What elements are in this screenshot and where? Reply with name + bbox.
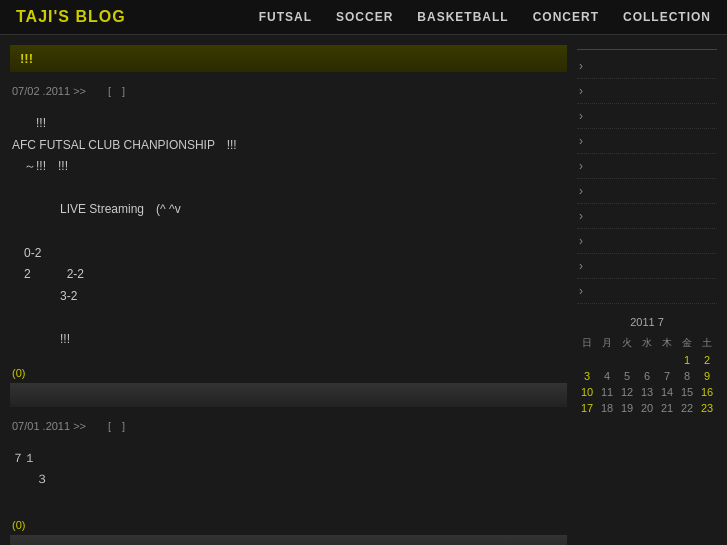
cal-w4-d4: 20: [637, 400, 657, 416]
sidebar-item-10[interactable]: ›: [577, 279, 717, 304]
sidebar-item-9[interactable]: ›: [577, 254, 717, 279]
cal-w4-d5: 21: [657, 400, 677, 416]
sidebar-arrow-6: ›: [579, 184, 583, 198]
calendar-days-header: 日 月 火 水 木 金 土: [577, 334, 717, 352]
cal-w2-d7: 9: [697, 368, 717, 384]
sidebar-arrow-4: ›: [579, 134, 583, 148]
cal-w1-d7[interactable]: 2: [697, 352, 717, 368]
cal-w4-d6: 22: [677, 400, 697, 416]
sidebar: › › › › › › › › › › 2011 7: [567, 45, 717, 545]
cal-w3-d4: 13: [637, 384, 657, 400]
cal-week-1: 1 2: [577, 352, 717, 368]
sidebar-arrow-10: ›: [579, 284, 583, 298]
sidebar-item-2[interactable]: ›: [577, 79, 717, 104]
cal-w3-d6: 15: [677, 384, 697, 400]
cal-week-2: 3 4 5 6 7 8 9: [577, 368, 717, 384]
cal-w3-d5: 14: [657, 384, 677, 400]
cal-day-mon: 月: [597, 334, 617, 352]
sidebar-divider-top: [577, 49, 717, 50]
calendar-header: 2011 7: [577, 316, 717, 328]
sidebar-arrow-8: ›: [579, 234, 583, 248]
cal-w1-d4: [637, 352, 657, 368]
cal-w1-d6[interactable]: 1: [677, 352, 697, 368]
sidebar-item-3[interactable]: ›: [577, 104, 717, 129]
post1-line8: !!!: [12, 329, 565, 351]
sidebar-arrow-5: ›: [579, 159, 583, 173]
cal-w4-d7: 23: [697, 400, 717, 416]
cal-day-thu: 木: [657, 334, 677, 352]
calendar: 2011 7 日 月 火 水 木 金 土 1: [577, 316, 717, 416]
content-area: !!! 07/02 .2011 >> [ ] !!! AFC FUTSAL CL…: [0, 35, 727, 545]
cal-w2-d1: 3: [577, 368, 597, 384]
sidebar-arrow-7: ›: [579, 209, 583, 223]
cal-w3-d1: 10: [577, 384, 597, 400]
sidebar-item-4[interactable]: ›: [577, 129, 717, 154]
main-nav: FUTSAL SOCCER BASKETBALL CONCERT COLLECT…: [259, 10, 711, 24]
sidebar-arrow-9: ›: [579, 259, 583, 273]
cal-week-4: 17 18 19 20 21 22 23: [577, 400, 717, 416]
post1-footer: (0): [10, 363, 567, 383]
cal-w3-d7: 16: [697, 384, 717, 400]
sidebar-arrow-3: ›: [579, 109, 583, 123]
sidebar-item-7[interactable]: ›: [577, 204, 717, 229]
post2-line1: ７１: [12, 448, 565, 470]
post1-line4: LIVE Streaming (^ ^v: [12, 199, 565, 221]
post1-line1: !!!: [12, 113, 565, 135]
nav-basketball[interactable]: BASKETBALL: [417, 10, 508, 24]
nav-collection[interactable]: COLLECTION: [623, 10, 711, 24]
post1-meta: 07/02 .2011 >> [ ]: [10, 80, 567, 103]
cal-day-wed: 水: [637, 334, 657, 352]
site-title[interactable]: TAJI'S BLOG: [16, 8, 126, 26]
post2-meta: 07/01 .2011 >> [ ]: [10, 415, 567, 438]
cal-w4-d2: 18: [597, 400, 617, 416]
post-section-bar-2: [10, 535, 567, 545]
post1-line5: 0-2: [12, 243, 565, 265]
cal-w4-d1: 17: [577, 400, 597, 416]
post1-line3: ～!!! !!!: [12, 156, 565, 178]
header: TAJI'S BLOG FUTSAL SOCCER BASKETBALL CON…: [0, 0, 727, 35]
nav-concert[interactable]: CONCERT: [533, 10, 599, 24]
cal-w4-d3: 19: [617, 400, 637, 416]
cal-w2-d3: 5: [617, 368, 637, 384]
post-section-bar-1: [10, 383, 567, 407]
cal-w3-d2: 11: [597, 384, 617, 400]
sidebar-arrow-1: ›: [579, 59, 583, 73]
cal-w1-d3: [617, 352, 637, 368]
main-content: !!! 07/02 .2011 >> [ ] !!! AFC FUTSAL CL…: [10, 45, 567, 545]
cal-week-3: 10 11 12 13 14 15 16: [577, 384, 717, 400]
cal-w1-d2: [597, 352, 617, 368]
post1-comments[interactable]: (0): [12, 367, 25, 379]
cal-w2-d2: 4: [597, 368, 617, 384]
cal-day-fri: 金: [677, 334, 697, 352]
sidebar-item-1[interactable]: ›: [577, 54, 717, 79]
cal-day-sat: 土: [697, 334, 717, 352]
nav-soccer[interactable]: SOCCER: [336, 10, 393, 24]
post1-title: !!!: [20, 51, 33, 66]
cal-day-tue: 火: [617, 334, 637, 352]
cal-w2-d5: 7: [657, 368, 677, 384]
cal-w2-d6: 8: [677, 368, 697, 384]
cal-w1-d5: [657, 352, 677, 368]
cal-w1-d1: [577, 352, 597, 368]
cal-w3-d3: 12: [617, 384, 637, 400]
post1-body: !!! AFC FUTSAL CLUB CHANPIONSHIP !!! ～!!…: [10, 109, 567, 355]
post1-line2: AFC FUTSAL CLUB CHANPIONSHIP !!!: [12, 135, 565, 157]
post1-line6: 2 2-2: [12, 264, 565, 286]
sidebar-item-8[interactable]: ›: [577, 229, 717, 254]
nav-futsal[interactable]: FUTSAL: [259, 10, 312, 24]
post2-line2: ３: [12, 469, 565, 491]
calendar-table: 日 月 火 水 木 金 土 1 2 3: [577, 334, 717, 416]
cal-day-sun: 日: [577, 334, 597, 352]
post1-header: !!!: [10, 45, 567, 72]
post2-comments[interactable]: (0): [12, 519, 25, 531]
sidebar-item-6[interactable]: ›: [577, 179, 717, 204]
post1-line7: 3-2: [12, 286, 565, 308]
sidebar-item-5[interactable]: ›: [577, 154, 717, 179]
cal-w2-d4: 6: [637, 368, 657, 384]
post2-body: ７１ ３: [10, 444, 567, 495]
post2-footer: (0): [10, 503, 567, 535]
sidebar-arrow-2: ›: [579, 84, 583, 98]
